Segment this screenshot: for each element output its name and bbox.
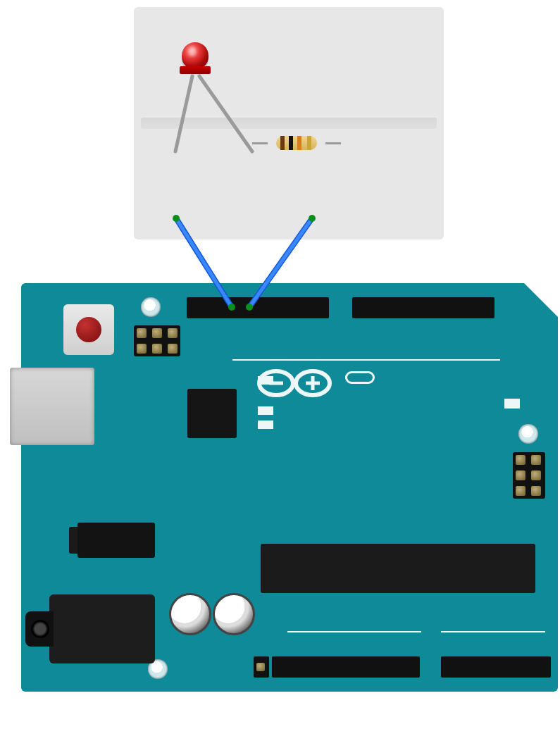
arduino-logo xyxy=(254,368,338,402)
voltage-regulator xyxy=(77,523,155,558)
rx-led xyxy=(258,420,273,429)
reset-button[interactable] xyxy=(63,304,114,355)
arduino-uno-board xyxy=(21,283,558,692)
icsp2-header xyxy=(134,325,180,356)
usb-port xyxy=(10,368,94,445)
power-header xyxy=(272,656,420,678)
capacitor-2 xyxy=(213,593,255,635)
uno-badge xyxy=(345,371,375,384)
breadboard-divider xyxy=(141,118,437,129)
on-led xyxy=(504,399,520,409)
atmega328-dip xyxy=(261,544,535,593)
tx-led xyxy=(258,406,273,415)
capacitor-1 xyxy=(169,593,211,635)
digital-header-left xyxy=(187,297,329,318)
diagram-canvas xyxy=(0,0,560,748)
breadboard xyxy=(134,7,444,239)
analog-header xyxy=(441,656,551,678)
digital-header-right xyxy=(352,297,494,318)
resistor xyxy=(261,136,332,150)
dc-power-jack xyxy=(49,594,155,663)
atmega16u2 xyxy=(187,389,237,438)
icsp-header xyxy=(513,452,545,499)
spare-pin xyxy=(254,656,269,678)
